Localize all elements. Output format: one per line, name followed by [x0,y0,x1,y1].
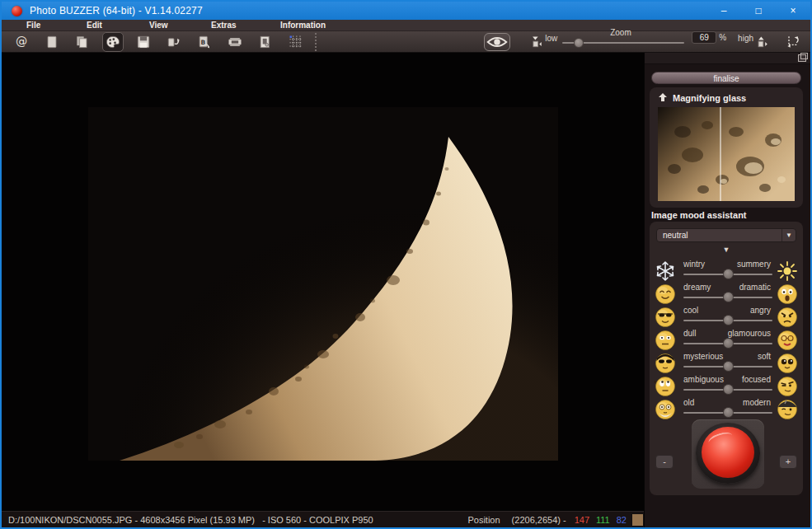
zoom-low-label: low [545,34,557,43]
mood-slider-handle[interactable] [723,315,734,325]
mood-right-label: focused [742,375,771,384]
palette-button[interactable] [102,32,124,52]
picture-frame-button[interactable] [255,32,276,52]
image-canvas[interactable] [2,53,645,511]
preview-eye-button[interactable] [484,33,510,51]
new-page-button[interactable] [41,32,63,52]
pixel-blue-value: 82 [617,515,627,525]
cool-face-icon [655,307,676,328]
moon-crescent-graphic [88,107,558,461]
menu-view[interactable]: View [149,20,168,31]
maximize-button[interactable]: □ [741,2,776,20]
menu-bar: File Edit View Extras Information [2,20,810,31]
dramatic-face-icon [777,283,798,305]
modern-face-icon [777,399,798,420]
magnifier-title: Magnifying glass [673,93,746,103]
mood-right-label: soft [758,352,771,361]
zoom-in-step-icon[interactable] [756,35,769,49]
decrease-button[interactable]: - [655,455,674,469]
app-logo-icon [12,6,22,16]
mood-slider-handle[interactable] [723,292,734,302]
dull-face-icon [655,330,676,351]
buzzer-plate [692,419,764,489]
mood-left-label: old [683,398,694,407]
mood-right-label: angry [750,306,771,315]
mood-slider-handle[interactable] [723,361,734,372]
window-title: Photo BUZZER (64-bit) - V1.14.02277 [30,5,203,16]
ambiguous-face-icon [655,376,676,397]
collapse-up-icon[interactable] [658,92,673,104]
email-at-button[interactable]: @ [11,32,32,52]
app-window: Photo BUZZER (64-bit) - V1.14.02277 – □ … [0,0,812,529]
mood-row-wintry-summery: wintry summery [650,260,803,282]
mood-row-mysterious-soft: mysterious soft [650,352,803,374]
status-bar: D:/100NIKON/DSCN0055.JPG - 4608x3456 Pix… [2,511,645,527]
moon-photo[interactable] [88,107,558,461]
zoom-label: Zoom [610,28,631,37]
zoom-slider-handle[interactable] [574,38,584,48]
mood-row-old-modern: old modern [650,398,803,420]
glamourous-face-icon [777,330,798,351]
dreamy-face-icon [655,283,676,305]
mood-row-dreamy-dramatic: dreamy dramatic [650,283,803,305]
snowflake-icon [655,260,676,282]
zoom-value-input[interactable]: 69 [692,31,716,44]
red-buzzer-button[interactable] [702,427,754,478]
batch-doc-button[interactable]: B [194,32,215,52]
right-sidebar: finalise Magnifying glass [644,53,810,527]
toolbar: @ B low Zoom 69 % high [2,31,810,53]
mood-slider-handle[interactable] [723,384,734,395]
minimize-button[interactable]: – [706,2,741,20]
mood-preset-dropdown[interactable]: neutral ▼ [656,228,796,242]
menu-edit[interactable]: Edit [87,20,102,31]
mood-left-label: cool [683,306,698,315]
menu-extras[interactable]: Extras [211,20,237,31]
mood-row-ambiguous-focused: ambiguous focused [650,375,803,397]
slideshow-button[interactable] [224,32,246,52]
mood-slider-handle[interactable] [723,338,734,349]
mood-left-label: mysterious [683,352,723,361]
collapse-sliders-icon[interactable]: ▼ [650,246,803,254]
dropdown-arrow-icon[interactable]: ▼ [781,229,796,241]
export-image-button[interactable] [163,32,185,52]
mood-preset-value: neutral [663,231,781,240]
rotate-crop-button[interactable] [782,32,804,52]
zoom-slider[interactable]: Zoom [562,36,684,48]
buzzer-rim [696,423,760,484]
pixel-green-value: 111 [596,515,610,525]
position-label: Position [467,515,500,525]
menu-information[interactable]: Information [280,20,326,31]
mood-left-label: dreamy [683,283,711,292]
mood-slider-handle[interactable] [723,269,734,279]
menu-file[interactable]: File [26,20,40,31]
copy-pages-button[interactable] [72,32,93,52]
pixel-red-value: 147 [575,515,589,525]
save-button[interactable] [133,32,154,52]
position-value: (2206,2654) - [512,515,566,525]
svg-text:B: B [200,38,205,45]
magnifier-preview[interactable] [658,107,795,201]
angry-face-icon [777,307,798,328]
mood-assistant-title: Image mood assistant [651,210,747,220]
float-panel-icon[interactable] [798,54,806,62]
mood-left-label: ambiguous [683,375,724,384]
mood-right-label: dramatic [739,283,771,292]
magnifier-moon-detail [658,107,795,201]
mood-left-label: wintry [683,260,705,269]
mood-slider-handle[interactable] [723,407,734,418]
magnifier-panel: Magnifying glass [650,87,803,208]
mood-right-label: glamourous [728,329,771,338]
finalise-button[interactable]: finalise [651,72,801,84]
file-info-text: D:/100NIKON/DSCN0055.JPG - 4608x3456 Pix… [8,515,373,525]
soft-face-icon [777,353,798,374]
title-bar[interactable]: Photo BUZZER (64-bit) - V1.14.02277 – □ … [2,2,810,20]
grid-button[interactable] [285,32,307,52]
zoom-out-step-icon[interactable] [530,35,543,49]
svg-text:@: @ [16,35,27,48]
close-button[interactable]: × [776,2,810,20]
pixel-color-swatch [631,513,644,527]
increase-button[interactable]: + [779,455,797,469]
mysterious-face-icon [655,353,676,374]
sidebar-top-strip [645,53,810,64]
sun-icon [777,260,798,282]
